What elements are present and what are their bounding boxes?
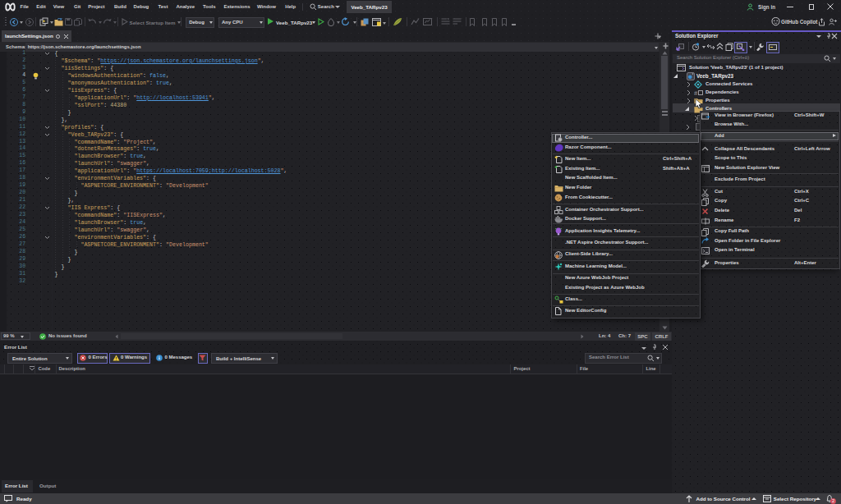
svg-text:#: # bbox=[694, 89, 698, 97]
